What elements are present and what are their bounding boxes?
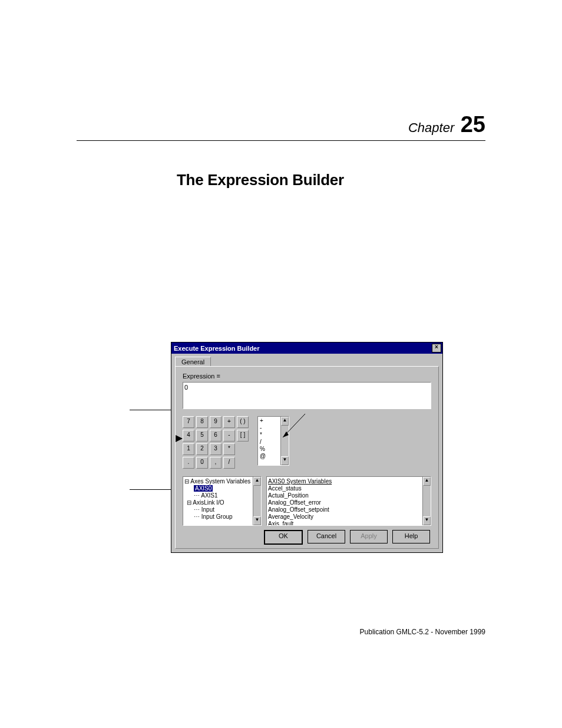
list-item[interactable]: Axis_fault [268,521,431,526]
scroll-down-icon[interactable]: ▼ [281,456,289,465]
tree-node[interactable]: ⊟ AxisLink I/O [184,499,261,506]
key-parens[interactable]: ( ) [237,416,249,428]
tree-node[interactable]: ⊟ Axes System Variables [184,478,261,485]
key-plus[interactable]: + [223,416,235,428]
tree-node[interactable]: AXIS0 [184,485,261,492]
scrollbar[interactable]: ▲ ▼ [253,477,261,525]
apply-button[interactable]: Apply [350,530,388,543]
expression-input[interactable]: 0 [183,382,431,409]
expression-builder-dialog: Execute Expression Builder × General Exp… [171,342,443,553]
category-tree[interactable]: ⊟ Axes System Variables AXIS0 ⋯ AXIS1 ⊟ … [183,476,262,526]
cancel-button[interactable]: Cancel [308,530,345,543]
tree-label: Axes System Variables [190,478,250,485]
chapter-label: Chapter [408,120,454,136]
callout-line [130,410,171,410]
list-item[interactable]: Actual_Position [268,492,431,499]
list-item[interactable]: Analog_Offset_setpoint [268,506,431,513]
tree-node[interactable]: ⋯ AXIS1 [184,492,261,499]
tab-row: General [171,354,442,366]
list-item[interactable]: Analog_Offset_error [268,499,431,506]
key-5[interactable]: 5 [196,430,208,442]
dialog-titlebar[interactable]: Execute Expression Builder × [171,342,442,354]
key-div[interactable]: / [223,457,235,469]
document-page: Chapter 25 The Expression Builder Execut… [0,0,562,728]
help-button[interactable]: Help [392,530,430,543]
list-item[interactable]: Accel_status [268,485,431,492]
variable-list[interactable]: AXIS0 System Variables Accel_status Actu… [266,476,431,526]
svg-marker-4 [176,435,183,442]
dialog-title: Execute Expression Builder [174,345,260,352]
key-brackets[interactable]: [ ] [237,430,249,442]
tree-label: AxisLink I/O [193,499,224,506]
tree-label: Input [201,506,214,513]
key-6[interactable]: 6 [210,430,222,442]
tree-label: AXIS1 [201,492,217,499]
dialog-button-row: OK Cancel Apply Help [264,530,430,545]
scroll-down-icon[interactable]: ▼ [423,516,431,525]
callout-line [130,489,171,490]
chapter-heading: Chapter 25 [408,112,485,137]
scrollbar[interactable]: ▲ ▼ [422,477,431,525]
key-9[interactable]: 9 [210,416,222,428]
lists-row: ⊟ Axes System Variables AXIS0 ⋯ AXIS1 ⊟ … [183,476,431,526]
scroll-down-icon[interactable]: ▼ [253,516,261,525]
close-icon[interactable]: × [432,344,441,353]
callout-arrowhead [171,434,189,446]
section-title: The Expression Builder [177,171,344,189]
tree-label: Input Group [201,513,233,520]
horizontal-rule [77,140,485,141]
scroll-up-icon[interactable]: ▲ [423,477,431,486]
scroll-up-icon[interactable]: ▲ [253,477,261,486]
chapter-number: 25 [461,112,485,137]
key-dot[interactable]: . [183,457,194,469]
tab-panel: Expression = 0 7 8 9 + ( ) 4 5 6 - [175,366,439,549]
ok-button[interactable]: OK [264,530,303,545]
expression-label: Expression = [183,373,431,380]
callout-arrow [276,414,311,443]
key-7[interactable]: 7 [183,416,194,428]
tree-node[interactable]: ⋯ Input Group [184,513,261,521]
key-0[interactable]: 0 [196,457,208,469]
key-comma[interactable]: , [210,457,222,469]
list-header: AXIS0 System Variables [268,478,431,485]
tab-general[interactable]: General [175,357,211,367]
key-3[interactable]: 3 [210,443,222,455]
key-minus[interactable]: - [223,430,235,442]
numeric-keypad: 7 8 9 + ( ) 4 5 6 - [ ] 1 [183,416,249,470]
tree-label-selected: AXIS0 [194,485,213,492]
expression-value: 0 [184,384,188,391]
keypad-area: 7 8 9 + ( ) 4 5 6 - [ ] 1 [183,416,431,470]
page-footer: Publication GMLC-5.2 - November 1999 [360,628,485,636]
tree-node[interactable]: ⋯ Input [184,506,261,513]
key-mult[interactable]: * [223,443,235,455]
key-8[interactable]: 8 [196,416,208,428]
key-2[interactable]: 2 [196,443,208,455]
list-item[interactable]: Average_Velocity [268,513,431,521]
